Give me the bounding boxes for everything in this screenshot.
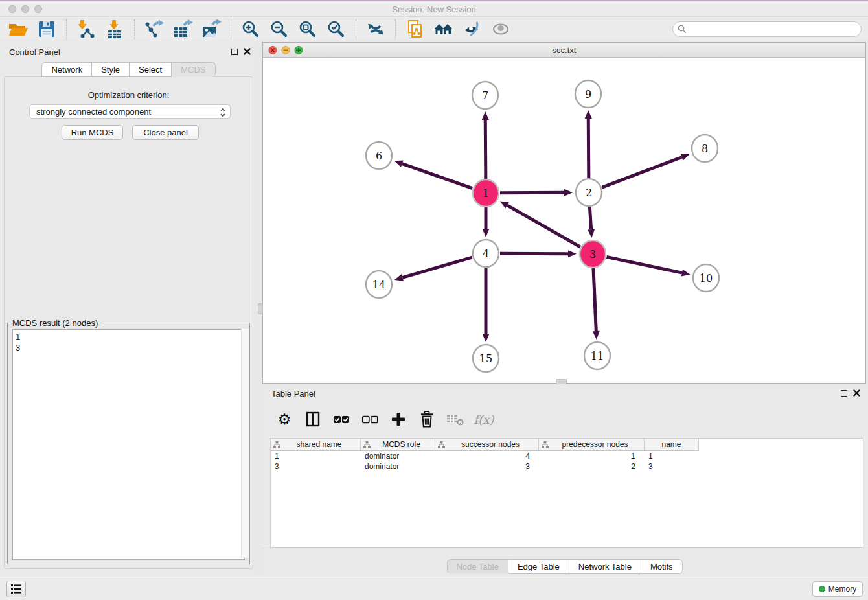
close-panel-icon[interactable] <box>244 48 251 55</box>
graph-edge[interactable] <box>602 157 682 187</box>
eye-icon <box>491 19 510 39</box>
graph-edge[interactable] <box>589 207 591 229</box>
graph-edge[interactable] <box>485 120 486 179</box>
memory-status-icon <box>819 586 825 592</box>
zoom-in-button[interactable] <box>240 18 262 40</box>
memory-button[interactable]: Memory <box>812 581 863 597</box>
apply-function-button[interactable]: f(x) <box>474 409 494 430</box>
mcds-result-title: MCDS result (2 nodes) <box>10 318 100 328</box>
tab-network[interactable]: Network <box>41 62 92 77</box>
network-view-window: scc.txt 7968124314101511 <box>262 42 866 384</box>
run-mcds-button[interactable]: Run MCDS <box>62 125 123 140</box>
zoom-out-button[interactable] <box>268 18 290 40</box>
show-graphics-details-button[interactable] <box>490 18 512 40</box>
open-cybrowser-button[interactable] <box>433 18 455 40</box>
delete-row-button[interactable] <box>417 409 437 430</box>
function-icon: f(x) <box>474 413 494 426</box>
search-field[interactable] <box>672 21 862 37</box>
float-panel-icon[interactable] <box>231 49 238 55</box>
column-header-successor-nodes[interactable]: successor nodes <box>435 439 539 451</box>
refresh-button[interactable] <box>365 18 387 40</box>
show-tasks-button[interactable] <box>6 581 26 597</box>
export-image-icon <box>201 19 222 39</box>
gear-icon: ⚙ <box>278 412 291 427</box>
table-settings-button[interactable]: ⚙ <box>274 409 295 430</box>
graph-edge[interactable] <box>507 205 580 247</box>
close-panel-icon[interactable] <box>853 389 860 397</box>
graph-edge[interactable] <box>593 268 596 331</box>
hide-graphics-details-button[interactable] <box>461 18 483 40</box>
network-view-title: scc.txt <box>263 45 865 55</box>
clone-network-icon <box>405 19 425 39</box>
add-row-button[interactable] <box>388 409 409 430</box>
tab-select[interactable]: Select <box>130 62 172 77</box>
table-header-row: shared name MCDS role successor <box>271 439 863 451</box>
export-image-button[interactable] <box>200 18 222 40</box>
column-header-predecessor-nodes[interactable]: predecessor nodes <box>539 439 645 451</box>
zoom-out-icon <box>270 20 288 38</box>
column-header-mcds-role[interactable]: MCDS role <box>361 439 435 451</box>
graph-edge[interactable] <box>588 119 589 178</box>
export-table-button[interactable] <box>172 18 194 40</box>
graph-node-label: 7 <box>482 89 488 102</box>
splitter-grip-vertical[interactable] <box>258 303 263 314</box>
graph-edge[interactable] <box>500 253 568 254</box>
delete-table-button[interactable] <box>445 409 466 430</box>
mcds-result-text[interactable]: 1 3 <box>12 329 245 560</box>
graph-edge[interactable] <box>500 192 564 193</box>
graph-node-label: 1 <box>483 187 489 200</box>
select-all-columns-button[interactable] <box>331 409 352 430</box>
table-row[interactable]: 3 dominator 3 2 3 <box>271 461 863 472</box>
graph-edge-arrowhead <box>394 160 404 167</box>
table-row[interactable]: 1 dominator 4 1 1 <box>271 451 863 461</box>
control-panel-title: Control Panel <box>9 47 60 57</box>
save-session-button[interactable] <box>36 18 58 40</box>
tab-style[interactable]: Style <box>92 62 130 77</box>
tab-node-table[interactable]: Node Table <box>446 559 508 574</box>
tab-edge-table[interactable]: Edge Table <box>508 559 569 574</box>
app-titlebar[interactable]: Session: New Session <box>0 1 868 17</box>
float-panel-icon[interactable] <box>841 390 847 397</box>
graph-node-label: 4 <box>483 248 489 260</box>
import-table-button[interactable] <box>104 18 126 40</box>
graph-edge[interactable] <box>402 164 472 189</box>
graph-edge[interactable] <box>607 257 682 273</box>
tab-network-table[interactable]: Network Table <box>569 559 641 574</box>
column-header-shared-name[interactable]: shared name <box>271 439 361 451</box>
clone-network-button[interactable] <box>404 18 426 40</box>
refresh-icon <box>366 19 385 39</box>
tab-motifs[interactable]: Motifs <box>641 559 683 574</box>
search-input[interactable] <box>672 21 862 37</box>
show-columns-button[interactable] <box>303 409 323 430</box>
open-session-button[interactable] <box>7 18 29 40</box>
unchecked-boxes-icon <box>361 415 378 424</box>
column-header-name[interactable]: name <box>645 439 699 451</box>
mcds-panel: Optimization criterion: strongly connect… <box>4 76 253 569</box>
network-canvas[interactable]: 7968124314101511 <box>263 58 865 383</box>
table-tabs: Node Table Edge Table Network Table Moti… <box>446 559 682 574</box>
graph-edge-arrowhead <box>588 229 595 238</box>
graph-node-label: 10 <box>700 272 713 284</box>
graph-node-label: 14 <box>372 279 385 291</box>
unselect-all-columns-button[interactable] <box>360 409 380 430</box>
fit-content-button[interactable] <box>297 18 319 40</box>
graph-edge-arrowhead <box>681 154 690 160</box>
table-toolbar: ⚙ <box>274 407 494 432</box>
mcds-result-group: MCDS result (2 nodes) 1 3 <box>7 318 250 564</box>
mcds-result-scrollbar[interactable] <box>241 329 249 558</box>
import-network-button[interactable] <box>75 18 97 40</box>
close-panel-button[interactable]: Close panel <box>132 125 199 140</box>
graph-edge-arrowhead <box>568 250 577 257</box>
control-panel: Control Panel Network Style Select MCDS … <box>0 42 257 577</box>
network-window-titlebar[interactable]: scc.txt <box>263 43 865 58</box>
splitter-grip-horizontal[interactable] <box>556 379 567 384</box>
fit-content-icon <box>299 20 317 38</box>
export-table-icon <box>172 19 193 39</box>
zoom-selected-button[interactable] <box>325 18 347 40</box>
criterion-dropdown[interactable]: strongly connected component <box>29 104 231 119</box>
export-network-button[interactable] <box>143 18 165 40</box>
tab-mcds[interactable]: MCDS <box>172 62 215 77</box>
graph-edge[interactable] <box>402 257 472 277</box>
toolbar-separator <box>356 19 356 39</box>
toolbar-separator <box>134 19 135 39</box>
